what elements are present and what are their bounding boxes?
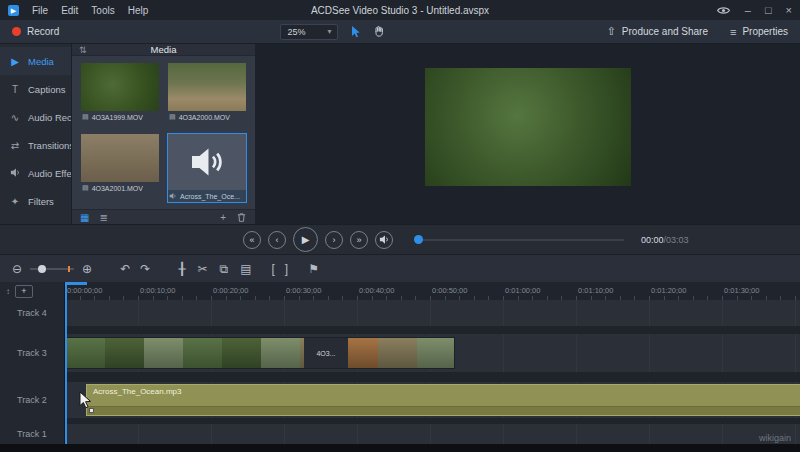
media-thumbnail (168, 63, 246, 111)
media-item[interactable]: ▤ 4O3A1999.MOV (80, 62, 160, 124)
sidebar-item-audio-effects[interactable]: Audio Effects (0, 159, 71, 187)
track-3-lane[interactable]: 4O3... (65, 334, 800, 372)
menu-tools[interactable]: Tools (91, 5, 114, 16)
next-clip-button[interactable]: » (350, 231, 368, 249)
grid-view-icon[interactable]: ▦ (80, 212, 89, 223)
menu-icon: ≡ (730, 26, 736, 38)
preview-zoom-select[interactable]: 25% ▾ (280, 24, 338, 40)
media-item-selected[interactable]: Across_The_Oce... (167, 133, 247, 203)
record-label: Record (27, 26, 59, 37)
sidebar: ▶ Media T Captions ∿ Audio Reco... ⇄ Tra… (0, 44, 72, 224)
sidebar-item-filters[interactable]: ✦ Filters (0, 187, 71, 215)
time-total: /03:03 (664, 235, 689, 245)
timeline-ruler[interactable]: 0:00:00;00 0:00:10;00 0:00:20;00 0:00:30… (65, 282, 800, 300)
ruler-label: 0:01:30;00 (724, 286, 759, 295)
clip-thumbnail (417, 338, 455, 368)
zoom-in-icon[interactable]: ⊕ (82, 263, 92, 275)
scrubber-track[interactable] (421, 239, 624, 241)
record-button[interactable]: Record (12, 26, 59, 37)
properties-button[interactable]: ≡ Properties (730, 26, 788, 38)
audio-clip[interactable]: Across_The_Ocean.mp3 (86, 384, 800, 416)
copy-button[interactable]: ⧉ (220, 263, 229, 275)
ruler-label: 0:00:40;00 (359, 286, 394, 295)
fade-handle[interactable] (89, 408, 94, 413)
track-header[interactable]: Track 4 (0, 300, 64, 326)
ruler-label: 0:00:30;00 (286, 286, 321, 295)
cut-button[interactable]: ✂ (197, 263, 207, 275)
close-button[interactable]: × (786, 5, 792, 16)
video-clip[interactable]: 4O3... (65, 337, 455, 369)
step-back-button[interactable]: ‹ (268, 231, 286, 249)
step-forward-button[interactable]: › (325, 231, 343, 249)
zoom-out-icon[interactable]: ⊖ (12, 263, 22, 275)
track-1-lane[interactable] (65, 424, 800, 444)
eye-icon[interactable] (716, 5, 731, 16)
sidebar-item-transitions[interactable]: ⇄ Transitions (0, 131, 71, 159)
select-cursor-icon[interactable] (350, 25, 361, 38)
share-icon: ⇧ (607, 25, 616, 38)
playback-scrubber[interactable] (414, 235, 624, 244)
clip-thumbnail (66, 338, 105, 368)
timeline: ↕ + Track 4 Track 3 Track 2 Track 1 0:00… (0, 282, 800, 444)
ruler-label: 0:00:20;00 (213, 286, 248, 295)
clip-thumbnail (378, 338, 417, 368)
track-2-lane[interactable]: Across_The_Ocean.mp3 (65, 382, 800, 418)
sidebar-label: Filters (28, 196, 54, 207)
track-header[interactable]: Track 2 (0, 382, 64, 418)
sidebar-item-audio-record[interactable]: ∿ Audio Reco... (0, 103, 71, 131)
zoom-value: 25% (287, 27, 305, 37)
media-item-name: 4O3A1999.MOV (92, 114, 143, 121)
hand-tool-icon[interactable] (373, 25, 385, 38)
trash-icon[interactable] (236, 212, 247, 223)
produce-share-button[interactable]: ⇧ Produce and Share (607, 25, 708, 38)
menu-file[interactable]: File (32, 5, 48, 16)
mark-out-button[interactable]: ] (285, 263, 288, 275)
playhead[interactable] (65, 282, 67, 444)
video-preview[interactable] (425, 68, 631, 186)
sidebar-item-media[interactable]: ▶ Media (0, 47, 71, 75)
media-grid: ▤ 4O3A1999.MOV ▤ 4O3A2000.MOV ▤ 4O3A20 (72, 56, 255, 209)
titlebar: ▶ File Edit Tools Help ACDSee Video Stud… (0, 0, 800, 20)
media-item[interactable]: ▤ 4O3A2001.MOV (80, 133, 160, 203)
paste-button[interactable]: ▤ (240, 263, 251, 275)
sidebar-item-captions[interactable]: T Captions (0, 75, 71, 103)
ruler-label: 0:00:10;00 (140, 286, 175, 295)
media-tab[interactable]: Media (151, 44, 177, 55)
media-item[interactable]: ▤ 4O3A2000.MOV (167, 62, 247, 124)
video-file-icon: ▤ (82, 113, 89, 121)
previous-clip-button[interactable]: « (243, 231, 261, 249)
add-media-button[interactable]: + (220, 212, 226, 223)
redo-button[interactable]: ↷ (140, 263, 150, 275)
minimize-button[interactable]: – (745, 5, 751, 16)
speaker-icon (379, 234, 390, 245)
audio-clip-label: Across_The_Ocean.mp3 (87, 385, 800, 396)
sidebar-label: Audio Reco... (28, 112, 71, 123)
undo-button[interactable]: ↶ (120, 263, 130, 275)
volume-button[interactable] (375, 231, 393, 249)
video-file-icon: ▤ (82, 184, 89, 192)
track-header[interactable]: Track 1 (0, 424, 64, 444)
track-4-lane[interactable] (65, 300, 800, 326)
scrubber-handle[interactable] (414, 235, 423, 244)
transitions-icon: ⇄ (9, 140, 21, 151)
track-updown-icon[interactable]: ↕ (6, 287, 10, 296)
sidebar-label: Transitions (28, 140, 71, 151)
sidebar-label: Audio Effects (28, 168, 71, 179)
split-button[interactable]: ╂ (178, 263, 185, 275)
mark-in-button[interactable]: [ (271, 263, 274, 275)
media-thumbnail-audio (168, 134, 246, 190)
track-header[interactable]: Track 3 (0, 334, 64, 372)
play-button[interactable]: ▶ (293, 227, 318, 252)
ruler-selection-bar (65, 282, 87, 285)
media-item-name: Across_The_Oce... (180, 193, 240, 200)
menu-edit[interactable]: Edit (61, 5, 78, 16)
maximize-button[interactable]: □ (765, 5, 772, 16)
sort-icon[interactable]: ⇅ (79, 45, 87, 55)
add-track-button[interactable]: + (15, 285, 33, 298)
timeline-zoom-slider[interactable] (30, 268, 74, 270)
media-thumbnail (81, 63, 159, 111)
menu-help[interactable]: Help (128, 5, 149, 16)
list-view-icon[interactable]: ≣ (99, 212, 107, 223)
zoom-slider-handle[interactable] (38, 265, 46, 273)
marker-button[interactable]: ⚑ (308, 263, 319, 275)
